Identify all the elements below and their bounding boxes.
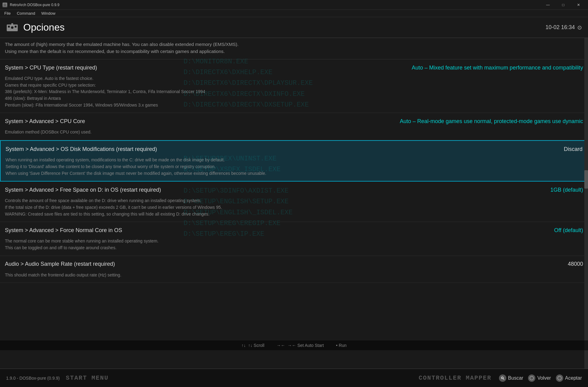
datetime-text: 10-02 16:34 (545, 24, 575, 31)
svg-point-10 (530, 377, 533, 379)
close-button[interactable]: ✕ (571, 0, 586, 10)
aceptar-label: Aceptar (565, 375, 582, 381)
app-title: RetroArch DOSBox-pure 0.9.9 (10, 3, 59, 7)
volver-icon (528, 374, 535, 382)
header-datetime: 10-02 16:34 ⊙ (545, 24, 582, 31)
menu-command[interactable]: Command (14, 10, 38, 16)
svg-rect-3 (8, 26, 10, 28)
aceptar-action[interactable]: Aceptar (556, 374, 582, 382)
scroll-arrows-icon: ↑↓ (241, 343, 246, 348)
arrows-icon: →← (277, 343, 285, 348)
header-left: Opciones (6, 21, 65, 34)
bottom-left: 1.9.0 - DOSBox-pure (0.9.9) START MENU (6, 374, 109, 381)
setting-label-force-normal: System > Advanced > Force Normal Core in… (5, 227, 122, 234)
svg-line-8 (503, 378, 504, 380)
top-desc-line2: Using more than the default is not recom… (5, 48, 583, 55)
setting-free-space-d[interactable]: System > Advanced > Free Space on D: in … (0, 182, 588, 222)
setting-os-disk-modifications[interactable]: System > Advanced > OS Disk Modification… (0, 140, 588, 182)
clock-icon: ⊙ (577, 24, 582, 31)
setting-value-cpu-type: Auto – Mixed feature set with maximum pe… (412, 65, 583, 71)
main-content: D:\MONITOR8N.EXE D:\DIRECTX6\DXHELP.EXE … (0, 38, 588, 369)
top-desc-line1: The amount of (high) memory that the emu… (5, 41, 583, 48)
menu-file[interactable]: File (1, 10, 14, 16)
setting-label-cpu-type: System > CPU Type (restart required) (5, 65, 97, 71)
setting-force-normal-core[interactable]: System > Advanced > Force Normal Core in… (0, 222, 588, 256)
app-icon (2, 2, 7, 7)
menu-bar: File Command Window (0, 10, 588, 17)
bottom-bar: 1.9.0 - DOSBox-pure (0.9.9) START MENU C… (0, 369, 588, 387)
setting-value-cpu-core: Auto – Real-mode games use normal, prote… (400, 118, 583, 125)
title-bar-left: RetroArch DOSBox-pure 0.9.9 (2, 2, 59, 7)
svg-point-12 (558, 377, 561, 379)
setting-label-os-disk: System > Advanced > OS Disk Modification… (6, 146, 157, 152)
bottom-actions: Buscar Volver Aceptar (499, 374, 582, 382)
scroll-hint-bar: ↑↓ ↑↓ Scroll →← →← Set Auto Start • Run (0, 340, 588, 350)
setting-cpu-type[interactable]: System > CPU Type (restart required) Aut… (0, 59, 588, 113)
setting-value-free-space: 1GB (default) (550, 187, 583, 193)
buscar-icon (499, 374, 506, 382)
setting-desc-cpu-type: Emulated CPU type. Auto is the fastest c… (0, 75, 588, 113)
svg-rect-4 (15, 26, 17, 28)
menu-window[interactable]: Window (38, 10, 58, 16)
volver-action[interactable]: Volver (528, 374, 551, 382)
buscar-label: Buscar (508, 375, 523, 381)
controller-mapper-button[interactable]: CONTROLLER MAPPER (419, 374, 492, 381)
title-bar: RetroArch DOSBox-pure 0.9.9 — □ ✕ (0, 0, 588, 10)
setting-cpu-core[interactable]: System > Advanced > CPU Core Auto – Real… (0, 113, 588, 140)
svg-point-7 (501, 377, 503, 379)
setting-desc-cpu-core: Emulation method (DOSBox CPU core) used. (0, 129, 588, 140)
setting-label-audio-rate: Audio > Audio Sample Rate (restart requi… (5, 261, 115, 267)
retroarch-logo-icon (6, 21, 18, 34)
bottom-right: CONTROLLER MAPPER Buscar (419, 374, 582, 382)
aceptar-icon (556, 374, 563, 382)
page-title: Opciones (23, 22, 65, 33)
svg-point-5 (11, 26, 13, 29)
version-info: 1.9.0 - DOSBox-pure (0.9.9) (6, 376, 60, 381)
setting-label-cpu-core: System > Advanced > CPU Core (5, 118, 85, 125)
svg-rect-0 (3, 3, 7, 6)
svg-rect-6 (11, 23, 13, 25)
setting-desc-force-normal: The normal core can be more stable when … (0, 238, 588, 255)
setting-value-force-normal: Off (default) (554, 227, 583, 234)
scroll-thumb[interactable] (584, 170, 588, 189)
setting-audio-sample-rate[interactable]: Audio > Audio Sample Rate (restart requi… (0, 256, 588, 283)
setting-desc-os-disk: When running an installed operating syst… (1, 157, 587, 181)
buscar-action[interactable]: Buscar (499, 374, 523, 382)
start-menu-button[interactable]: START MENU (66, 374, 109, 381)
top-description: The amount of (high) memory that the emu… (0, 38, 588, 59)
setting-value-os-disk: Discard (564, 146, 582, 152)
setting-desc-audio-rate: This should match the frontend audio out… (0, 272, 588, 283)
set-auto-start-hint: →← →← Set Auto Start (277, 343, 324, 348)
maximize-button[interactable]: □ (556, 0, 570, 10)
volver-label: Volver (537, 375, 551, 381)
run-hint: • Run (336, 343, 346, 348)
setting-value-audio-rate: 48000 (568, 261, 583, 267)
minimize-button[interactable]: — (541, 0, 555, 10)
app-header: Opciones 10-02 16:34 ⊙ (0, 17, 588, 38)
window-controls: — □ ✕ (541, 0, 586, 10)
scrollbar[interactable] (584, 38, 588, 369)
setting-desc-free-space: Controls the amount of free space availa… (0, 197, 588, 222)
scroll-hint-text: ↑↓ ↑↓ Scroll (241, 343, 264, 348)
setting-label-free-space: System > Advanced > Free Space on D: in … (5, 187, 161, 193)
